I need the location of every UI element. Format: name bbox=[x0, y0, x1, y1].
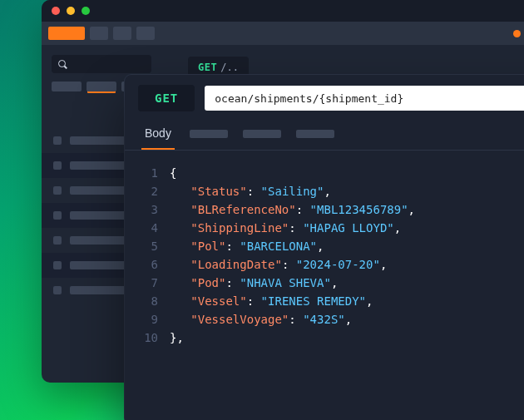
sidebar-item-label bbox=[70, 261, 128, 269]
app-tab[interactable] bbox=[90, 27, 108, 40]
sidebar-item-icon bbox=[53, 161, 62, 170]
filter-tab[interactable] bbox=[87, 82, 116, 91]
window-close-dot[interactable] bbox=[52, 7, 60, 15]
sidebar-item-icon bbox=[53, 261, 62, 269]
app-tab[interactable] bbox=[136, 27, 155, 40]
filter-tab[interactable] bbox=[52, 82, 82, 91]
window-minimize-dot[interactable] bbox=[67, 7, 75, 15]
tab-placeholder[interactable] bbox=[296, 130, 334, 138]
line-number-gutter: 12345678910 bbox=[125, 164, 170, 347]
path-preview: /.. bbox=[220, 62, 239, 73]
sidebar-item-label bbox=[70, 211, 128, 220]
app-tab[interactable] bbox=[48, 27, 85, 40]
response-window: GET ocean/shipments/{shipment_id} Body 1… bbox=[125, 75, 524, 420]
sidebar-item-label bbox=[70, 186, 128, 195]
tab-placeholder[interactable] bbox=[243, 130, 281, 138]
response-tabs: Body bbox=[125, 118, 524, 151]
sidebar-item-icon bbox=[53, 136, 62, 145]
sidebar-item-icon bbox=[53, 236, 62, 245]
endpoint-bar: GET ocean/shipments/{shipment_id} bbox=[125, 75, 524, 118]
search-input[interactable] bbox=[52, 55, 151, 73]
sidebar-item-label bbox=[70, 136, 128, 145]
window-zoom-dot[interactable] bbox=[82, 7, 90, 15]
json-code: { "Status": "Sailing", "BLReferenceNo": … bbox=[170, 164, 524, 347]
app-tab[interactable] bbox=[113, 27, 131, 40]
tab-placeholder[interactable] bbox=[190, 130, 228, 138]
endpoint-url-input[interactable]: ocean/shipments/{shipment_id} bbox=[205, 86, 524, 111]
pager-dot[interactable] bbox=[513, 30, 521, 37]
tab-body[interactable]: Body bbox=[141, 118, 175, 150]
sidebar-item-icon bbox=[53, 286, 62, 294]
response-body: 12345678910 { "Status": "Sailing", "BLRe… bbox=[125, 151, 524, 363]
search-icon bbox=[58, 60, 67, 68]
sidebar-item-label bbox=[70, 236, 128, 245]
sidebar-item-icon bbox=[53, 186, 62, 195]
http-method-chip: GET bbox=[138, 85, 195, 111]
http-method-label: GET bbox=[198, 62, 217, 73]
pager-dots bbox=[513, 30, 524, 37]
sidebar-item-icon bbox=[53, 211, 62, 220]
tab-bar bbox=[42, 22, 524, 45]
titlebar bbox=[42, 0, 524, 22]
sidebar-item-label bbox=[70, 161, 128, 170]
sidebar-item-label bbox=[70, 286, 128, 294]
